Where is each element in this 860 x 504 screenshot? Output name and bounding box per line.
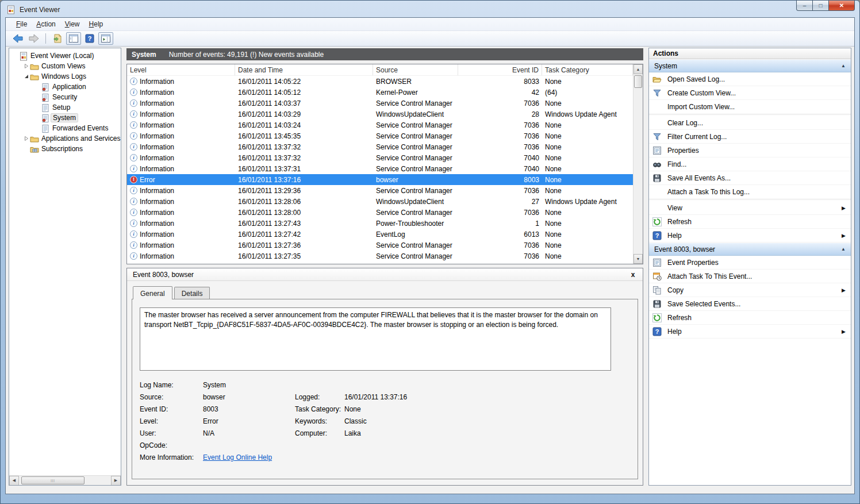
- scroll-right-icon[interactable]: ▶: [111, 476, 121, 486]
- scrollbar-thumb[interactable]: [634, 75, 642, 88]
- action-refresh[interactable]: Refresh: [649, 311, 851, 325]
- action-create-custom-view[interactable]: Create Custom View...: [649, 86, 851, 100]
- collapse-icon[interactable]: ▲: [841, 63, 846, 68]
- event-row[interactable]: iInformation16/01/2011 13:28:06WindowsUp…: [127, 196, 633, 207]
- preview-close-icon[interactable]: x: [629, 271, 637, 279]
- tab-general[interactable]: General: [133, 286, 172, 299]
- menu-help[interactable]: Help: [85, 18, 108, 30]
- actions-section-system[interactable]: System▲: [649, 59, 851, 72]
- action-help[interactable]: ?Help▶: [649, 229, 851, 243]
- action-refresh[interactable]: Refresh: [649, 215, 851, 229]
- tree-item-system[interactable]: System: [9, 113, 121, 123]
- expander-collapsed-icon[interactable]: [22, 63, 30, 69]
- event-row[interactable]: iInformation16/01/2011 14:05:22BROWSER80…: [127, 76, 633, 87]
- tree-item-custom-views[interactable]: Custom Views: [9, 61, 121, 71]
- tree-item-security[interactable]: Security: [9, 92, 121, 102]
- toolbar-help-button[interactable]: ?: [82, 32, 97, 45]
- expander-collapsed-icon[interactable]: [22, 136, 30, 141]
- action-view[interactable]: View▶: [649, 201, 851, 215]
- field-label: Level:: [140, 417, 203, 425]
- hscroll-track[interactable]: |||: [19, 476, 111, 486]
- action-save-all-events-as[interactable]: Save All Events As...: [649, 171, 851, 185]
- minimize-button[interactable]: –: [796, 0, 813, 11]
- event-row[interactable]: iInformation16/01/2011 13:27:42EventLog6…: [127, 229, 633, 240]
- action-label: Import Custom View...: [667, 103, 735, 111]
- action-find[interactable]: Find...: [649, 157, 851, 171]
- column-header-source[interactable]: Source: [373, 64, 458, 75]
- event-row[interactable]: iInformation16/01/2011 13:37:32Service C…: [127, 152, 633, 163]
- tree-item-event-viewer-local[interactable]: Event Viewer (Local): [9, 51, 121, 61]
- tree-item-applications-and-services-lo[interactable]: Applications and Services Lo: [9, 133, 121, 144]
- icon-placeholder: [652, 102, 662, 111]
- event-row[interactable]: iInformation16/01/2011 13:27:36Service C…: [127, 240, 633, 251]
- tree-item-forwarded-events[interactable]: Forwarded Events: [9, 123, 121, 133]
- column-header-event-id[interactable]: Event ID: [458, 64, 542, 75]
- event-id-cell: 28: [458, 110, 542, 118]
- action-open-saved-log[interactable]: Open Saved Log...: [649, 72, 851, 86]
- level-text: Information: [140, 154, 174, 162]
- tree-item-application[interactable]: Application: [9, 82, 121, 92]
- tab-details[interactable]: Details: [174, 287, 210, 300]
- toolbar-forward-button[interactable]: [26, 32, 41, 45]
- collapse-icon[interactable]: ▲: [841, 247, 846, 252]
- tree-hscrollbar[interactable]: ◀|||▶: [9, 475, 121, 485]
- action-filter-current-log[interactable]: Filter Current Log...: [649, 130, 851, 144]
- event-row[interactable]: iInformation16/01/2011 14:03:37Service C…: [127, 98, 633, 109]
- event-row[interactable]: iInformation16/01/2011 14:03:24Service C…: [127, 120, 633, 130]
- toolbar-back-button[interactable]: [10, 32, 25, 45]
- scroll-up-icon[interactable]: ▲: [634, 64, 643, 74]
- scroll-down-icon[interactable]: ▼: [634, 254, 643, 264]
- column-header-date-and-time[interactable]: Date and Time: [235, 64, 373, 75]
- level-text: Information: [140, 209, 174, 217]
- column-header-level[interactable]: Level: [127, 64, 235, 75]
- hscroll-thumb[interactable]: |||: [21, 476, 85, 484]
- event-list-scrollbar[interactable]: ▲ ▼: [633, 64, 643, 264]
- title-bar[interactable]: Event Viewer – □ ✕: [1, 1, 859, 17]
- close-button[interactable]: ✕: [828, 0, 855, 11]
- event-row[interactable]: iInformation16/01/2011 14:05:12Kernel-Po…: [127, 87, 633, 98]
- event-row[interactable]: iInformation16/01/2011 13:37:31Service C…: [127, 163, 633, 174]
- event-row[interactable]: iInformation16/01/2011 13:27:43Power-Tro…: [127, 218, 633, 229]
- event-row[interactable]: iInformation16/01/2011 13:37:32Service C…: [127, 141, 633, 152]
- tree-item-windows-logs[interactable]: Windows Logs: [9, 71, 121, 82]
- event-row[interactable]: iInformation16/01/2011 13:29:36Service C…: [127, 185, 633, 196]
- task-category-cell: None: [542, 78, 633, 86]
- event-log-online-help-link[interactable]: Event Log Online Help: [203, 453, 295, 461]
- actions-section-event-8003-bowser[interactable]: Event 8003, bowser▲: [649, 243, 851, 256]
- action-properties[interactable]: Properties: [649, 144, 851, 157]
- event-row[interactable]: iInformation16/01/2011 13:45:35Service C…: [127, 130, 633, 141]
- action-import-custom-view[interactable]: Import Custom View...: [649, 100, 851, 114]
- toolbar-console-button[interactable]: [66, 32, 81, 45]
- event-description[interactable]: The master browser has received a server…: [140, 307, 611, 371]
- level-cell: iInformation: [127, 209, 235, 217]
- menu-file[interactable]: File: [11, 18, 32, 30]
- toolbar-export-button[interactable]: [50, 32, 65, 45]
- menu-view[interactable]: View: [60, 18, 85, 30]
- action-copy[interactable]: Copy▶: [649, 283, 851, 297]
- tree-item-subscriptions[interactable]: Subscriptions: [9, 144, 121, 154]
- expander-expanded-icon[interactable]: [22, 74, 30, 79]
- event-id-cell: 6013: [458, 230, 542, 238]
- action-help[interactable]: ?Help▶: [649, 325, 851, 338]
- tree-item-setup[interactable]: Setup: [9, 102, 121, 113]
- scroll-left-icon[interactable]: ◀: [9, 476, 19, 486]
- event-id-cell: 8033: [458, 78, 542, 86]
- column-header-task-category[interactable]: Task Category: [542, 64, 633, 75]
- event-row[interactable]: iInformation16/01/2011 13:27:35Service C…: [127, 251, 633, 261]
- tree-item-label: Subscriptions: [40, 145, 85, 153]
- menu-action[interactable]: Action: [32, 18, 60, 30]
- event-row[interactable]: !Error16/01/2011 13:37:16bowser8003None: [127, 174, 633, 185]
- action-event-properties[interactable]: Event Properties: [649, 256, 851, 270]
- action-attach-task-to-this-event[interactable]: Attach Task To This Event...: [649, 270, 851, 283]
- error-icon: !: [130, 176, 137, 183]
- action-clear-log[interactable]: Clear Log...: [649, 116, 851, 130]
- toolbar-action-pane-button[interactable]: [98, 32, 113, 45]
- folder-icon: [30, 72, 40, 81]
- task-category-cell: None: [542, 241, 633, 249]
- event-row[interactable]: iInformation16/01/2011 14:03:29WindowsUp…: [127, 109, 633, 120]
- information-icon: i: [130, 252, 137, 260]
- event-row[interactable]: iInformation16/01/2011 13:28:00Service C…: [127, 207, 633, 218]
- action-save-selected-events[interactable]: Save Selected Events...: [649, 297, 851, 311]
- maximize-button[interactable]: □: [812, 0, 829, 11]
- action-attach-a-task-to-this-log[interactable]: Attach a Task To this Log...: [649, 185, 851, 199]
